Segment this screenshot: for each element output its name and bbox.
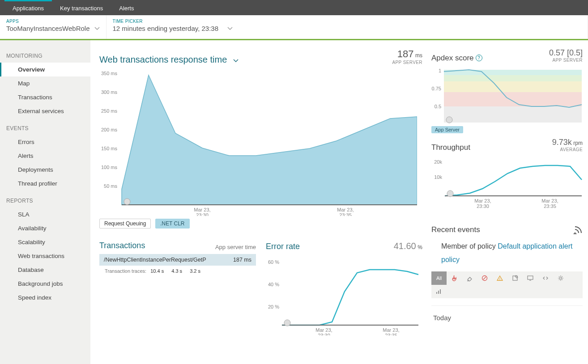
policy-text: Member of policy Default application ale… xyxy=(431,234,583,271)
throughput-line xyxy=(445,165,582,196)
svg-text:23:30: 23:30 xyxy=(196,212,209,216)
transaction-row[interactable]: /NewHttpClientInstancePerRequest/GetP 18… xyxy=(99,254,256,266)
svg-text:23:35: 23:35 xyxy=(385,333,397,335)
sidebar-item-deployments[interactable]: Deployments xyxy=(0,163,90,177)
events-today-header: Today xyxy=(431,305,583,322)
topnav-applications[interactable]: Applications xyxy=(4,0,52,15)
svg-text:350 ms: 350 ms xyxy=(101,71,118,76)
recent-events-card: Recent events Member of policy Default a… xyxy=(431,225,583,322)
scrubber-handle[interactable] xyxy=(447,190,453,197)
sidebar-item-overview[interactable]: Overview xyxy=(0,63,90,76)
time-picker-value: 12 minutes ending yesterday, 23:38 xyxy=(113,25,219,32)
response-time-title[interactable]: Web transactions response time xyxy=(99,55,239,65)
help-icon[interactable]: ? xyxy=(476,55,482,61)
sidebar-item-speed-index[interactable]: Speed index xyxy=(0,291,90,305)
time-picker[interactable]: TIME PICKER 12 minutes ending yesterday,… xyxy=(107,15,588,39)
svg-point-37 xyxy=(499,279,500,280)
throughput-title: Throughput xyxy=(431,143,470,152)
response-time-legend: Request Queuing .NET CLR xyxy=(99,219,422,229)
scrubber-handle[interactable] xyxy=(284,320,290,326)
svg-text:20 %: 20 % xyxy=(268,304,279,309)
svg-text:Mar 23,: Mar 23, xyxy=(337,207,354,212)
filter-cancel-icon[interactable] xyxy=(477,271,492,285)
svg-text:200 ms: 200 ms xyxy=(101,127,118,132)
filter-gear-icon[interactable] xyxy=(553,271,568,285)
transactions-title[interactable]: Transactions xyxy=(99,241,145,250)
svg-rect-25 xyxy=(444,81,582,92)
trace-link[interactable]: 10.4 s xyxy=(150,268,164,274)
top-nav: Applications Key transactions Alerts xyxy=(0,0,588,15)
svg-rect-39 xyxy=(528,276,533,279)
svg-text:0.75: 0.75 xyxy=(432,86,441,91)
svg-text:40 %: 40 % xyxy=(268,282,279,287)
sidebar-item-web-transactions[interactable]: Web transactions xyxy=(0,249,90,263)
throughput-chart[interactable]: 20k 10k Mar 23, 23:30 Mar 23, 23:35 xyxy=(431,156,583,209)
svg-rect-27 xyxy=(444,106,582,123)
sidebar-item-map[interactable]: Map xyxy=(0,76,90,90)
svg-text:1: 1 xyxy=(439,68,441,73)
error-rate-card: Error rate 41.60 % 60 % 40 % 20 % xyxy=(266,241,422,335)
legend-request-queuing[interactable]: Request Queuing xyxy=(99,219,151,229)
recent-events-title: Recent events xyxy=(431,225,480,234)
filter-code-icon[interactable] xyxy=(538,271,553,285)
apps-label: APPS xyxy=(6,19,100,24)
sidebar-item-background-jobs[interactable]: Background jobs xyxy=(0,277,90,291)
filter-warning-icon[interactable] xyxy=(492,271,507,285)
filter-monitor-icon[interactable] xyxy=(523,271,538,285)
chevron-down-icon xyxy=(94,27,100,30)
response-time-chart[interactable]: 350 ms 300 ms 250 ms 200 ms 150 ms 100 m… xyxy=(99,68,417,216)
svg-text:60 %: 60 % xyxy=(268,259,279,265)
svg-text:23:30: 23:30 xyxy=(477,203,489,209)
sidebar-item-database[interactable]: Database xyxy=(0,263,90,277)
transaction-traces: Transaction traces: 10.4 s 4.3 s 3.2 s xyxy=(99,266,256,276)
throughput-card: Throughput 9.73k rpm AVERAGE 20k 10k xyxy=(431,138,583,209)
sidebar-section-reports: REPORTS xyxy=(0,190,90,207)
svg-text:150 ms: 150 ms xyxy=(101,146,118,151)
sidebar-item-errors[interactable]: Errors xyxy=(0,135,90,149)
svg-rect-26 xyxy=(444,92,582,106)
svg-text:Mar 23,: Mar 23, xyxy=(315,327,332,333)
error-rate-chart[interactable]: 60 % 40 % 20 % Mar 23, 23:30 Mar xyxy=(266,255,420,335)
time-picker-label: TIME PICKER xyxy=(113,19,582,24)
apdex-chart[interactable]: 1 0.75 0.5 xyxy=(431,66,583,124)
svg-text:Mar 23,: Mar 23, xyxy=(194,207,210,212)
sidebar-item-scalability[interactable]: Scalability xyxy=(0,235,90,249)
sidebar-item-thread-profiler[interactable]: Thread profiler xyxy=(0,177,90,190)
topnav-key-transactions[interactable]: Key transactions xyxy=(52,0,111,15)
filter-chart-icon[interactable] xyxy=(431,285,447,298)
legend-net-clr[interactable]: .NET CLR xyxy=(155,219,189,229)
filter-fire-icon[interactable] xyxy=(447,271,462,285)
filter-note-icon[interactable] xyxy=(507,271,523,285)
sidebar-section-monitoring: MONITORING xyxy=(0,46,90,63)
trace-link[interactable]: 3.2 s xyxy=(190,268,200,274)
sidebar-item-availability[interactable]: Availability xyxy=(0,221,90,235)
sidebar-item-transactions[interactable]: Transactions xyxy=(0,90,90,104)
sidebar-item-sla[interactable]: SLA xyxy=(0,207,90,221)
trace-link[interactable]: 4.3 s xyxy=(171,268,182,274)
svg-text:10k: 10k xyxy=(434,174,442,180)
topnav-alerts[interactable]: Alerts xyxy=(111,0,142,15)
sidebar-item-alerts[interactable]: Alerts xyxy=(0,149,90,163)
svg-rect-23 xyxy=(444,70,582,75)
app-picker[interactable]: APPS TooManyInstancesWebRole xyxy=(0,15,107,39)
svg-point-41 xyxy=(560,277,562,279)
svg-text:23:35: 23:35 xyxy=(339,212,352,216)
filter-all[interactable]: All xyxy=(431,271,447,285)
svg-text:23:35: 23:35 xyxy=(544,203,556,209)
svg-text:100 ms: 100 ms xyxy=(101,165,118,170)
transaction-name: /NewHttpClientInstancePerRequest/GetP xyxy=(104,257,206,263)
sidebar-item-external-services[interactable]: External services xyxy=(0,104,90,118)
apdex-badge[interactable]: App Server xyxy=(431,126,463,133)
sidebar: MONITORING Overview Map Transactions Ext… xyxy=(0,40,90,364)
svg-text:300 ms: 300 ms xyxy=(101,89,118,95)
svg-text:23:30: 23:30 xyxy=(318,333,330,335)
filter-eraser-icon[interactable] xyxy=(462,271,477,285)
svg-text:20k: 20k xyxy=(434,159,442,165)
scrubber-handle[interactable] xyxy=(446,117,452,123)
svg-text:0.5: 0.5 xyxy=(435,104,441,109)
rss-icon[interactable] xyxy=(574,225,583,234)
transaction-time: 187 ms xyxy=(233,257,251,263)
svg-text:Mar 23,: Mar 23, xyxy=(383,327,399,333)
scrubber-handle[interactable] xyxy=(124,199,130,205)
apdex-card: Apdex score? 0.57 [0.5] APP SERVER 1 0.7… xyxy=(431,48,583,133)
